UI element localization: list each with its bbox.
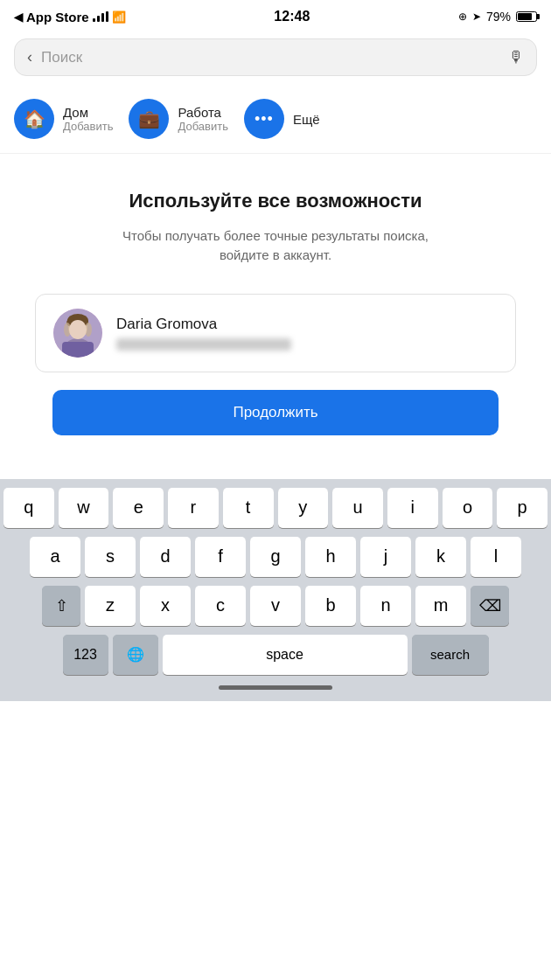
key-q[interactable]: q — [3, 488, 54, 528]
key-h[interactable]: h — [305, 537, 356, 577]
user-email-blurred — [116, 338, 291, 351]
search-key[interactable]: search — [412, 635, 489, 675]
arrow-icon: ➤ — [472, 10, 481, 23]
status-carrier: ◀ App Store 📶 — [14, 10, 126, 24]
work-icon: 💼 — [138, 108, 160, 129]
key-j[interactable]: j — [360, 537, 411, 577]
more-icon-circle: ••• — [244, 99, 284, 139]
key-d[interactable]: d — [140, 537, 191, 577]
key-r[interactable]: r — [168, 488, 219, 528]
user-card[interactable]: Daria Gromova — [35, 294, 516, 372]
shift-key[interactable]: ⇧ — [42, 586, 80, 626]
user-name: Daria Gromova — [116, 316, 498, 333]
search-bar-container: ‹ Поиск 🎙 — [0, 31, 551, 87]
keyboard-row-3: ⇧ z x c v b n m ⌫ — [3, 586, 548, 626]
key-b[interactable]: b — [305, 586, 356, 626]
key-w[interactable]: w — [59, 488, 109, 528]
keyboard: q w e r t y u i o p a s d f g h j k l ⇧ … — [0, 479, 551, 701]
quick-action-more[interactable]: ••• Ещё — [244, 99, 320, 139]
key-m[interactable]: m — [415, 586, 466, 626]
keyboard-row-4: 123 🌐 space search — [3, 635, 548, 675]
home-icon: 🏠 — [24, 108, 45, 129]
battery-percent: 79% — [486, 10, 511, 24]
key-t[interactable]: t — [223, 488, 274, 528]
main-title: Используйте все возможности — [26, 189, 525, 214]
delete-key[interactable]: ⌫ — [471, 586, 509, 626]
back-button[interactable]: ‹ — [27, 48, 32, 66]
home-text: Дом Добавить — [63, 105, 113, 133]
back-arrow-status: ◀ — [14, 10, 23, 24]
signal-icon — [93, 11, 108, 22]
avatar-image — [53, 309, 102, 358]
key-s[interactable]: s — [85, 537, 136, 577]
key-a[interactable]: a — [30, 537, 80, 577]
work-text: Работа Добавить — [178, 105, 227, 133]
svg-point-10 — [69, 320, 87, 339]
key-g[interactable]: g — [250, 537, 301, 577]
key-p[interactable]: p — [497, 488, 548, 528]
numbers-key[interactable]: 123 — [63, 635, 108, 675]
key-i[interactable]: i — [387, 488, 438, 528]
globe-key[interactable]: 🌐 — [113, 635, 158, 675]
search-placeholder[interactable]: Поиск — [41, 49, 501, 66]
main-content: Используйте все возможности Чтобы получа… — [0, 154, 551, 479]
quick-action-work[interactable]: 💼 Работа Добавить — [129, 99, 227, 139]
status-bar: ◀ App Store 📶 12:48 ⊕ ➤ 79% — [0, 0, 551, 31]
home-bar — [219, 685, 332, 690]
search-bar[interactable]: ‹ Поиск 🎙 — [14, 38, 537, 76]
key-n[interactable]: n — [360, 586, 411, 626]
avatar — [53, 309, 102, 358]
key-l[interactable]: l — [471, 537, 521, 577]
keyboard-row-1: q w e r t y u i o p — [3, 488, 548, 528]
status-time: 12:48 — [274, 9, 310, 24]
key-f[interactable]: f — [195, 537, 246, 577]
key-u[interactable]: u — [332, 488, 383, 528]
home-icon-circle: 🏠 — [14, 99, 54, 139]
more-dots-icon: ••• — [255, 110, 274, 129]
keyboard-row-2: a s d f g h j k l — [3, 537, 548, 577]
home-indicator — [3, 678, 548, 698]
continue-button[interactable]: Продолжить — [52, 390, 499, 435]
battery-icon — [516, 11, 537, 22]
status-right: ⊕ ➤ 79% — [458, 10, 537, 24]
microphone-icon[interactable]: 🎙 — [508, 48, 524, 66]
quick-action-home[interactable]: 🏠 Дом Добавить — [14, 99, 113, 139]
work-icon-circle: 💼 — [129, 99, 169, 139]
wifi-icon: 📶 — [112, 10, 126, 24]
key-y[interactable]: y — [278, 488, 329, 528]
key-e[interactable]: e — [113, 488, 164, 528]
space-key[interactable]: space — [163, 635, 408, 675]
main-subtitle: Чтобы получать более точные результаты п… — [26, 226, 525, 266]
key-x[interactable]: x — [140, 586, 191, 626]
user-info: Daria Gromova — [116, 316, 498, 351]
location-icon: ⊕ — [458, 10, 467, 23]
quick-actions-row: 🏠 Дом Добавить 💼 Работа Добавить ••• Ещё — [0, 87, 551, 154]
key-z[interactable]: z — [85, 586, 136, 626]
key-o[interactable]: o — [443, 488, 493, 528]
key-v[interactable]: v — [250, 586, 301, 626]
key-c[interactable]: c — [195, 586, 246, 626]
key-k[interactable]: k — [415, 537, 466, 577]
